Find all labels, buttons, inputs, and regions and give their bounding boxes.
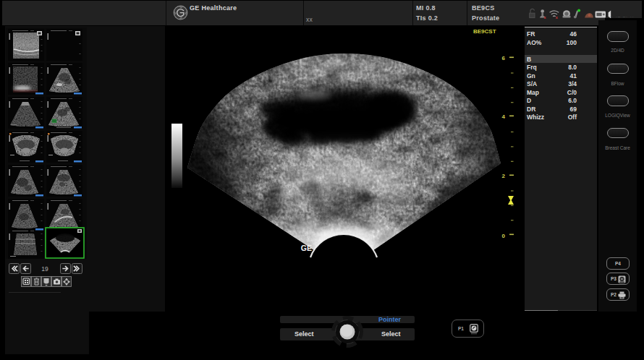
svg-text:0: 0 xyxy=(502,233,506,239)
svg-text:19: 19 xyxy=(41,265,48,273)
svg-text:GE: GE xyxy=(301,244,312,252)
svg-text:2: 2 xyxy=(502,173,506,179)
svg-text:x: x xyxy=(544,15,546,20)
svg-text:6: 6 xyxy=(502,55,506,61)
svg-text:4: 4 xyxy=(502,113,506,120)
svg-text:x: x xyxy=(556,15,558,20)
